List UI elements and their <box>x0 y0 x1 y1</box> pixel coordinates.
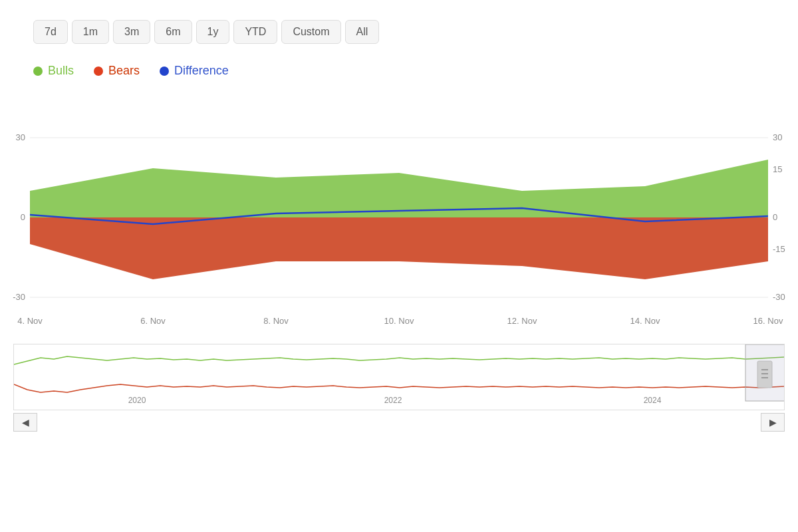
overview-chart[interactable]: 2020 2022 2024 <box>13 344 785 410</box>
svg-text:2022: 2022 <box>384 396 402 405</box>
legend-label-bulls: Bulls <box>48 64 74 78</box>
svg-text:30: 30 <box>773 132 782 142</box>
svg-text:15: 15 <box>773 164 782 174</box>
svg-text:2020: 2020 <box>128 396 146 405</box>
scroll-right-button[interactable]: ▶ <box>761 413 785 432</box>
legend-dot-bulls <box>33 66 43 76</box>
overview-svg: 2020 2022 2024 <box>14 344 784 410</box>
svg-text:8. Nov: 8. Nov <box>263 316 289 326</box>
svg-text:14. Nov: 14. Nov <box>630 316 660 326</box>
bulls-area <box>30 160 768 217</box>
scroll-left-button[interactable]: ◀ <box>13 413 37 432</box>
bears-area <box>30 217 768 279</box>
svg-text:2024: 2024 <box>644 396 662 405</box>
svg-text:-15: -15 <box>773 244 785 254</box>
time-btn-all[interactable]: All <box>345 20 380 44</box>
svg-text:10. Nov: 10. Nov <box>384 316 414 326</box>
time-btn-7d[interactable]: 7d <box>33 20 68 44</box>
legend-label-bears: Bears <box>108 64 140 78</box>
overview-bulls-line <box>14 356 784 364</box>
time-btn-custom[interactable]: Custom <box>281 20 340 44</box>
main-chart: 30 0 -30 30 15 0 -15 -30 4. Nov 6. Nov 8… <box>0 98 798 337</box>
overview-bears-line <box>14 384 784 392</box>
time-btn-1m[interactable]: 1m <box>72 20 109 44</box>
svg-text:16. Nov: 16. Nov <box>753 316 783 326</box>
chart-legend: BullsBearsDifference <box>0 57 798 84</box>
legend-dot-difference <box>160 66 169 76</box>
svg-rect-22 <box>757 361 772 388</box>
time-btn-ytd[interactable]: YTD <box>233 20 277 44</box>
svg-text:12. Nov: 12. Nov <box>507 316 537 326</box>
overview-wrapper: 2020 2022 2024 ◀ ▶ <box>0 344 798 432</box>
legend-dot-bears <box>94 66 103 76</box>
main-chart-container: 30 0 -30 30 15 0 -15 -30 4. Nov 6. Nov 8… <box>0 98 798 337</box>
svg-text:0: 0 <box>21 212 25 222</box>
legend-label-difference: Difference <box>174 64 229 78</box>
time-btn-1y[interactable]: 1y <box>196 20 230 44</box>
nav-buttons: ◀ ▶ <box>13 410 785 432</box>
svg-text:-30: -30 <box>13 292 25 302</box>
legend-item-difference: Difference <box>160 64 229 78</box>
svg-text:4. Nov: 4. Nov <box>17 316 43 326</box>
main-chart-svg: 30 0 -30 30 15 0 -15 -30 4. Nov 6. Nov 8… <box>0 98 798 337</box>
time-btn-3m[interactable]: 3m <box>113 20 150 44</box>
svg-text:6. Nov: 6. Nov <box>140 316 166 326</box>
svg-text:-30: -30 <box>773 292 785 302</box>
svg-text:0: 0 <box>773 212 777 222</box>
time-range-buttons: 7d1m3m6m1yYTDCustomAll <box>0 0 798 57</box>
time-btn-6m[interactable]: 6m <box>154 20 192 44</box>
svg-text:30: 30 <box>16 132 25 142</box>
legend-item-bulls: Bulls <box>33 64 74 78</box>
legend-item-bears: Bears <box>94 64 140 78</box>
